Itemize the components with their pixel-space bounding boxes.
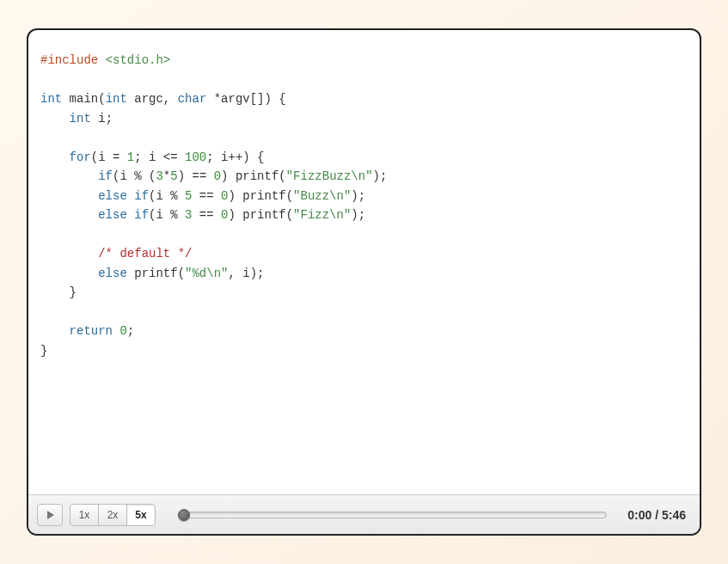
- code-line: else printf("%d\n", i);: [40, 264, 688, 284]
- speed-1x-button[interactable]: 1x: [70, 504, 99, 526]
- code-line: #include <stdio.h>: [40, 51, 688, 70]
- code-line: /* default */: [40, 244, 688, 264]
- seek-track: [178, 512, 607, 518]
- speed-selector: 1x 2x 5x: [70, 504, 156, 526]
- code-line: else if(i % 5 == 0) printf("Buzz\n");: [40, 187, 688, 206]
- code-line: int i;: [40, 109, 688, 129]
- code-line: [40, 128, 688, 148]
- speed-2x-button[interactable]: 2x: [98, 504, 127, 526]
- playback-player: #include <stdio.h> int main(int argc, ch…: [27, 28, 701, 536]
- play-icon: [47, 511, 54, 519]
- code-line: return 0;: [40, 322, 688, 341]
- seek-thumb[interactable]: [178, 509, 190, 521]
- code-line: [40, 70, 688, 90]
- code-line: else if(i % 3 == 0) printf("Fizz\n");: [40, 205, 688, 225]
- code-line: }: [40, 341, 688, 361]
- code-line: if(i % (3*5) == 0) printf("FizzBuzz\n");: [40, 167, 688, 187]
- speed-5x-button[interactable]: 5x: [126, 504, 156, 526]
- seek-bar[interactable]: [178, 509, 607, 521]
- play-button[interactable]: [37, 504, 63, 526]
- code-display: #include <stdio.h> int main(int argc, ch…: [28, 30, 700, 494]
- code-line: [40, 303, 688, 322]
- playback-controls: 1x 2x 5x 0:00 / 5:46: [28, 494, 700, 534]
- code-line: int main(int argc, char *argv[]) {: [40, 89, 688, 109]
- code-line: }: [40, 283, 688, 303]
- time-display: 0:00 / 5:46: [622, 508, 691, 522]
- code-line: [40, 225, 688, 245]
- code-line: for(i = 1; i <= 100; i++) {: [40, 148, 688, 168]
